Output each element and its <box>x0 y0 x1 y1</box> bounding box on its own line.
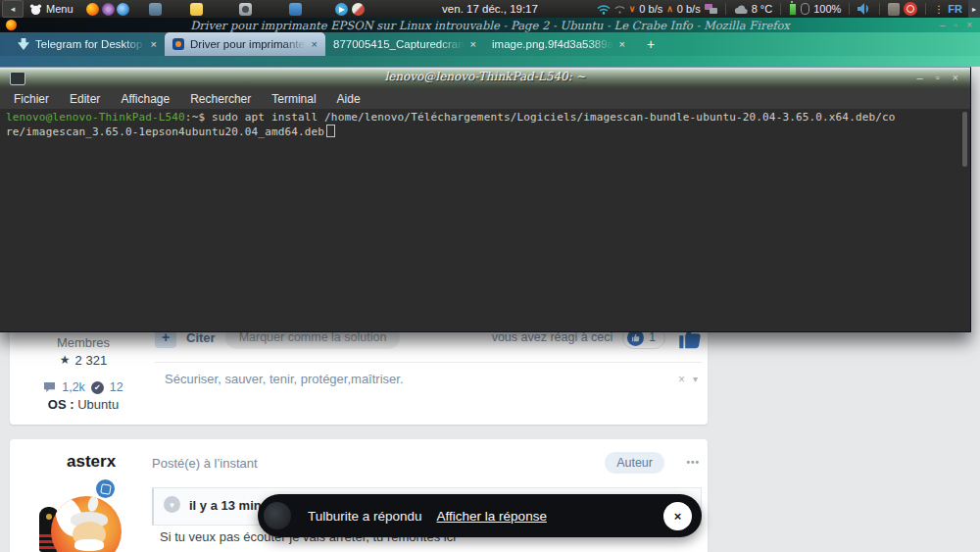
star-icon: ★ <box>60 353 71 368</box>
minimize-icon[interactable]: – <box>917 71 923 84</box>
tab-capture-ecran[interactable]: 877005415_Capturedcrandu × <box>325 32 484 56</box>
terminal-scrollbar[interactable] <box>962 112 967 167</box>
terminal-titlebar[interactable]: lenovo@lenovo-ThinkPad-L540: ~ – ▫ × <box>0 68 970 89</box>
notification-toast: Tulburite a répondu Afficher la réponse … <box>258 494 702 537</box>
overflow-dots-icon[interactable]: ⋮ <box>934 4 944 15</box>
temperature-label: 8 °C <box>752 3 773 15</box>
post-options-button[interactable]: ••• <box>686 457 700 468</box>
panel-left-group: ◂ Menu <box>0 0 365 18</box>
close-icon[interactable]: × <box>966 19 972 31</box>
battery-percent: 100% <box>813 3 841 15</box>
terminal-prompt: lenovo@lenovo-ThinkPad-L540 <box>6 111 185 124</box>
hide-signature-icon[interactable]: × <box>678 373 685 386</box>
os-value: Ubuntu <box>77 397 119 412</box>
separator <box>849 3 850 15</box>
telegram-app-icon[interactable] <box>335 3 348 16</box>
solutions-check-icon: ✔ <box>91 381 104 394</box>
toast-close-button[interactable]: × <box>663 502 692 530</box>
notes-app-icon[interactable] <box>190 3 203 16</box>
download-arrow-icon: ∨ <box>629 4 636 14</box>
toast-show-reply-link[interactable]: Afficher la réponse <box>437 509 547 524</box>
tab-driver-imprimante[interactable]: Driver pour imprimante E × <box>165 32 325 56</box>
toast-message: Tulburite a répondu <box>308 509 422 524</box>
terminal-line-2: re/imagescan_3.65.0-1epson4ubuntu20.04_a… <box>6 125 964 139</box>
keyboard-layout-indicator[interactable]: FR <box>948 3 962 15</box>
menu-terminal[interactable]: Terminal <box>271 92 316 106</box>
tab-image-png[interactable]: image.png.9f4d3a5389a5f03 × <box>484 32 633 56</box>
tab-close-icon[interactable]: × <box>619 38 625 50</box>
chevron-down-icon[interactable]: ▾ <box>693 374 698 384</box>
panel-expand-button[interactable]: ▸ <box>968 0 980 18</box>
menu-aide[interactable]: Aide <box>337 92 361 106</box>
tab-telegram[interactable]: Telegram for Desktop 3.3 × <box>10 32 165 56</box>
terminal-line-1: lenovo@lenovo-ThinkPad-L540:~$ sudo apt … <box>6 111 964 125</box>
maximize-icon[interactable]: ▫ <box>955 19 958 31</box>
new-tab-button[interactable]: + <box>647 37 655 51</box>
maximize-icon[interactable]: ▫ <box>936 71 940 84</box>
crab-favicon-icon <box>172 38 184 50</box>
volume-icon[interactable] <box>858 3 871 15</box>
mouse-battery-icon <box>801 3 809 15</box>
menu-button[interactable]: Menu <box>46 3 74 15</box>
menu-affichage[interactable]: Affichage <box>121 92 170 106</box>
firefox-toolbar-strip <box>0 56 980 67</box>
tor-launcher-icon[interactable] <box>102 3 115 16</box>
os-label: OS : <box>48 397 74 412</box>
terminal-command-1: sudo apt install /home/lenovo/Télécharge… <box>205 111 895 124</box>
browser-launcher-icon[interactable] <box>117 3 129 16</box>
xfce-menu-icon <box>29 3 42 16</box>
wifi-icon[interactable] <box>597 4 611 15</box>
tab-close-icon[interactable]: × <box>151 38 157 50</box>
comment-bubble-icon <box>43 381 56 393</box>
menu-rechercher[interactable]: Rechercher <box>190 92 251 106</box>
post-timestamp[interactable]: Posté(e) à l’instant <box>152 456 258 471</box>
upload-arrow-icon: ∧ <box>666 4 673 14</box>
terminal-title: lenovo@lenovo-ThinkPad-L540: ~ <box>0 70 970 83</box>
screenshot-tool-icon[interactable] <box>149 3 162 16</box>
author-badge: Auteur <box>605 452 664 474</box>
terminal-command-2: re/imagescan_3.65.0-1epson4ubuntu20.04_a… <box>6 125 324 138</box>
mustache <box>74 539 104 551</box>
separator <box>925 3 926 15</box>
firefox-tabbar: Telegram for Desktop 3.3 × Driver pour i… <box>0 32 980 56</box>
panel-clock[interactable]: ven. 17 déc., 19:17 <box>442 0 538 18</box>
notification-app-icon[interactable] <box>352 3 365 16</box>
firefox-launcher-icon[interactable] <box>86 3 99 16</box>
separator <box>879 3 880 15</box>
net-up-rate: 0 b/s <box>677 3 701 15</box>
collapse-quote-icon[interactable]: ▾ <box>164 496 180 513</box>
weather-cloud-icon[interactable] <box>734 5 748 14</box>
wifi-secondary-icon[interactable] <box>614 5 625 14</box>
terminal-content[interactable]: lenovo@lenovo-ThinkPad-L540:~$ sudo apt … <box>0 109 970 333</box>
post-author[interactable]: asterx <box>67 452 116 472</box>
firefox-window-controls: – ▫ × <box>940 19 972 31</box>
signature-text: Sécuriser, sauver, tenir, protéger,maîtr… <box>165 372 678 386</box>
toast-avatar <box>264 502 291 529</box>
camera-app-icon[interactable] <box>239 3 252 16</box>
firefox-window-title: Driver pour imprimante EPSON sur Linux i… <box>0 19 980 32</box>
os-row: OS : Ubuntu <box>10 397 157 412</box>
terminal-window[interactable]: lenovo@lenovo-ThinkPad-L540: ~ – ▫ × Fic… <box>0 67 971 332</box>
download-favicon-icon <box>18 38 29 50</box>
tab-close-icon[interactable]: × <box>470 38 476 50</box>
separator <box>725 3 726 15</box>
tab-label: image.png.9f4d3a5389a5f03 <box>492 38 613 50</box>
battery-icon[interactable] <box>789 3 797 16</box>
menu-fichier[interactable]: Fichier <box>14 92 49 106</box>
menu-editer[interactable]: Editer <box>70 92 100 106</box>
network-monitor-icon[interactable] <box>705 3 717 15</box>
reputation-count: 2 321 <box>75 353 108 368</box>
terminal-menubar: Fichier Editer Affichage Rechercher Term… <box>0 89 970 109</box>
posts-count: 1,2k <box>62 380 85 394</box>
mail-app-icon[interactable] <box>289 3 302 16</box>
panel-collapse-button[interactable]: ◂ <box>2 0 24 18</box>
power-button-icon[interactable] <box>904 2 917 16</box>
tab-label: 877005415_Capturedcrandu <box>333 38 465 50</box>
avatar-asterx[interactable] <box>51 496 122 552</box>
tab-close-icon[interactable]: × <box>312 38 318 50</box>
clipboard-icon[interactable] <box>888 3 900 16</box>
minimize-icon[interactable]: – <box>940 19 946 31</box>
firefox-titlebar[interactable]: Driver pour imprimante EPSON sur Linux i… <box>0 18 980 32</box>
avatar-badge-icon <box>96 479 115 498</box>
close-icon[interactable]: × <box>953 71 958 84</box>
